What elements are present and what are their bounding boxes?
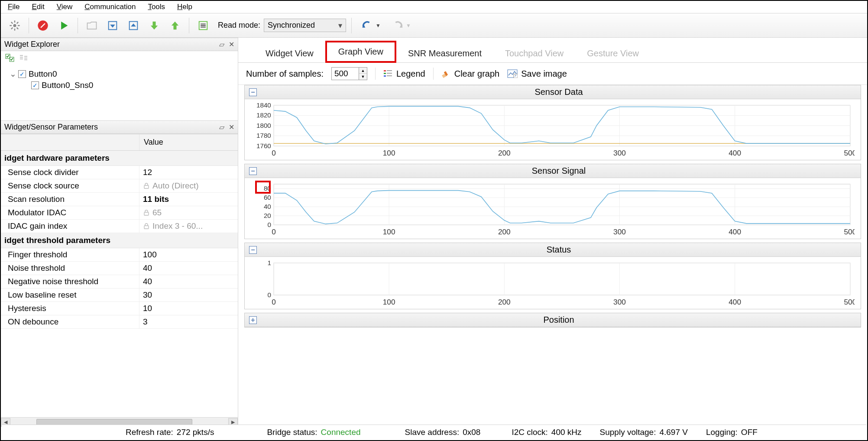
menu-file[interactable]: File bbox=[8, 3, 19, 11]
param-row[interactable]: Sense clock sourceAuto (Direct) bbox=[1, 179, 238, 193]
svg-text:0: 0 bbox=[272, 227, 276, 236]
param-row[interactable]: Sense clock divider12 bbox=[1, 166, 238, 179]
param-value[interactable]: 12 bbox=[139, 166, 238, 179]
import-up-button[interactable] bbox=[125, 17, 142, 34]
clear-graph-button[interactable]: Clear graph bbox=[441, 69, 500, 79]
statusbar: Refresh rate:272 pkts/s Bridge status:Co… bbox=[2, 425, 866, 439]
settings-button[interactable] bbox=[6, 17, 23, 34]
svg-text:1820: 1820 bbox=[256, 112, 271, 119]
open-button[interactable] bbox=[83, 17, 100, 34]
param-value[interactable]: 11 bits bbox=[139, 193, 238, 206]
undo-button[interactable]: ▼ bbox=[357, 17, 384, 34]
svg-rect-37 bbox=[384, 75, 386, 77]
collapse-icon[interactable]: − bbox=[249, 167, 257, 175]
svg-text:500: 500 bbox=[844, 149, 855, 157]
param-value[interactable]: 40 bbox=[139, 275, 238, 288]
undock-icon[interactable]: ▱ bbox=[219, 123, 224, 131]
chart-position: +Position bbox=[244, 313, 861, 328]
checkbox-icon[interactable] bbox=[18, 70, 26, 78]
menu-tools[interactable]: Tools bbox=[148, 3, 165, 11]
svg-rect-44 bbox=[514, 74, 518, 78]
param-category-th: idget threshold parameters bbox=[1, 233, 238, 248]
param-row[interactable]: Modulator IDAC65 bbox=[1, 206, 238, 220]
highlight-box bbox=[255, 181, 271, 194]
svg-rect-33 bbox=[144, 212, 149, 215]
list-button[interactable] bbox=[194, 17, 212, 34]
undock-icon[interactable]: ▱ bbox=[219, 40, 224, 49]
svg-text:500: 500 bbox=[844, 227, 855, 236]
svg-text:100: 100 bbox=[383, 298, 395, 306]
readmode-select[interactable]: Synchronized bbox=[264, 19, 346, 32]
view-tabs: Widget View Graph View SNR Measurement T… bbox=[238, 38, 867, 63]
download-button[interactable] bbox=[146, 17, 163, 34]
param-name: Hysteresis bbox=[1, 302, 139, 315]
param-row[interactable]: Noise threshold40 bbox=[1, 262, 238, 275]
param-name: Scan resolution bbox=[1, 193, 139, 206]
param-row[interactable]: ON debounce3 bbox=[1, 315, 238, 329]
param-name: Sense clock divider bbox=[1, 166, 139, 179]
close-icon[interactable]: ✕ bbox=[229, 123, 234, 131]
svg-text:500: 500 bbox=[844, 298, 855, 306]
svg-text:20: 20 bbox=[264, 212, 271, 219]
param-name: Sense clock source bbox=[1, 179, 139, 192]
param-row[interactable]: Finger threshold100 bbox=[1, 248, 238, 262]
menu-edit[interactable]: Edit bbox=[32, 3, 44, 11]
param-name: ON debounce bbox=[1, 315, 139, 328]
legend-button[interactable]: Legend bbox=[383, 69, 425, 79]
param-value[interactable]: 3 bbox=[139, 315, 238, 328]
menu-view[interactable]: View bbox=[57, 3, 73, 11]
widget-explorer-body: ⌄ Button0 Button0_Sns0 bbox=[1, 51, 238, 120]
close-icon[interactable]: ✕ bbox=[229, 40, 234, 49]
menu-help[interactable]: Help bbox=[177, 3, 192, 11]
import-down-button[interactable] bbox=[104, 17, 121, 34]
tab-snr[interactable]: SNR Measurement bbox=[396, 44, 493, 63]
expand-toggle-icon[interactable]: ⌄ bbox=[10, 69, 16, 79]
svg-text:0: 0 bbox=[267, 291, 271, 298]
param-row[interactable]: Scan resolution11 bits bbox=[1, 193, 238, 206]
widget-explorer-header: Widget Explorer ▱✕ bbox=[1, 38, 238, 51]
value-column-header: Value bbox=[139, 134, 238, 150]
svg-text:400: 400 bbox=[729, 227, 741, 236]
save-image-button[interactable]: Save image bbox=[507, 69, 567, 79]
svg-rect-93 bbox=[274, 263, 850, 295]
tab-touchpad: Touchpad View bbox=[493, 44, 575, 63]
param-row[interactable]: Negative noise threshold40 bbox=[1, 275, 238, 289]
redo-button[interactable]: ▼ bbox=[387, 17, 414, 34]
svg-text:0: 0 bbox=[272, 298, 276, 306]
tree-item-button0-sns0[interactable]: Button0_Sns0 bbox=[3, 80, 235, 91]
param-row[interactable]: Hysteresis10 bbox=[1, 302, 238, 315]
param-value[interactable]: 100 bbox=[139, 248, 238, 261]
collapse-icon[interactable]: − bbox=[249, 88, 257, 96]
collapse-icon[interactable]: − bbox=[249, 246, 257, 254]
svg-rect-32 bbox=[144, 185, 149, 188]
tree-item-button0[interactable]: ⌄ Button0 bbox=[3, 68, 235, 80]
svg-text:1780: 1780 bbox=[256, 132, 271, 139]
stop-button[interactable] bbox=[34, 17, 52, 34]
param-name: Modulator IDAC bbox=[1, 206, 139, 219]
play-button[interactable] bbox=[55, 17, 72, 34]
checkbox-icon[interactable] bbox=[31, 81, 39, 89]
svg-rect-36 bbox=[384, 73, 386, 74]
param-row[interactable]: IDAC gain indexIndex 3 - 60... bbox=[1, 220, 238, 233]
numsamples-spinner[interactable]: ▲▼ bbox=[331, 67, 367, 80]
graph-toolbar: Number of samples: ▲▼ Legend Clear graph… bbox=[238, 63, 867, 85]
menu-communication[interactable]: Communication bbox=[84, 3, 136, 11]
param-value[interactable]: Index 3 - 60... bbox=[139, 220, 238, 233]
numsamples-input[interactable] bbox=[332, 68, 359, 80]
spinner-up-icon[interactable]: ▲ bbox=[359, 68, 367, 74]
param-value[interactable]: 10 bbox=[139, 302, 238, 315]
expand-icon[interactable]: + bbox=[249, 316, 257, 324]
param-value[interactable]: 40 bbox=[139, 262, 238, 275]
param-value[interactable]: Auto (Direct) bbox=[139, 179, 238, 192]
param-value[interactable]: 30 bbox=[139, 289, 238, 302]
spinner-down-icon[interactable]: ▼ bbox=[359, 74, 367, 80]
tab-graph-view[interactable]: Graph View bbox=[325, 41, 396, 63]
svg-text:1760: 1760 bbox=[256, 142, 271, 149]
check-all-icon[interactable] bbox=[5, 54, 15, 65]
tab-widget-view[interactable]: Widget View bbox=[254, 44, 325, 63]
param-value[interactable]: 65 bbox=[139, 206, 238, 219]
param-row[interactable]: Low baseline reset30 bbox=[1, 289, 238, 302]
svg-marker-11 bbox=[61, 21, 68, 29]
upload-button[interactable] bbox=[166, 17, 184, 34]
uncheck-all-icon[interactable] bbox=[19, 54, 29, 65]
